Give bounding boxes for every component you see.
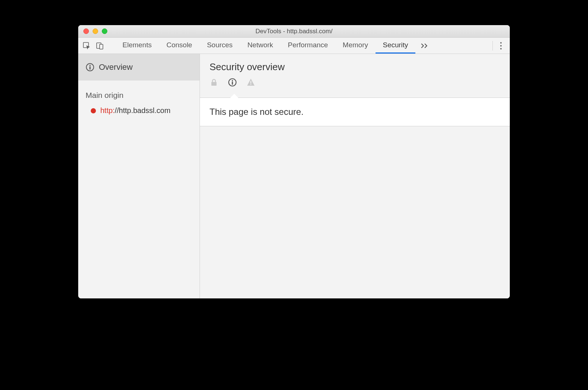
sidebar-section-heading: Main origin	[78, 81, 200, 104]
tab-security[interactable]: Security	[376, 38, 416, 54]
origin-row[interactable]: http://http.badssl.com	[78, 104, 200, 117]
warning-icon[interactable]	[246, 78, 255, 87]
tab-sources[interactable]: Sources	[200, 38, 240, 54]
origin-status-dot	[91, 108, 96, 113]
minimize-button[interactable]	[93, 28, 98, 34]
lock-icon[interactable]	[210, 78, 218, 87]
inspect-element-icon[interactable]	[83, 42, 91, 50]
toolbar-divider	[492, 41, 493, 51]
devtools-toolbar: Elements Console Sources Network Perform…	[78, 38, 510, 54]
zoom-button[interactable]	[102, 28, 107, 34]
sidebar-overview-row[interactable]: Overview	[78, 54, 200, 81]
titlebar: DevTools - http.badssl.com/	[78, 25, 510, 38]
origin-scheme: http:	[100, 106, 115, 114]
devtools-window: DevTools - http.badssl.com/ Elements Con…	[78, 25, 510, 298]
tab-elements[interactable]: Elements	[115, 38, 159, 54]
tab-performance[interactable]: Performance	[280, 38, 335, 54]
devtools-tabs: Elements Console Sources Network Perform…	[115, 38, 434, 54]
status-pointer-caret	[230, 94, 238, 98]
info-icon	[86, 63, 94, 72]
device-toggle-icon[interactable]	[96, 42, 104, 50]
tab-memory[interactable]: Memory	[335, 38, 376, 54]
panel-body: Overview Main origin http://http.badssl.…	[78, 54, 510, 298]
tabs-overflow-icon[interactable]	[415, 38, 434, 54]
security-status-icons	[200, 78, 510, 93]
toolbar-right	[492, 40, 505, 52]
info-icon[interactable]	[228, 78, 237, 87]
origin-url: http://http.badssl.com	[100, 106, 170, 115]
close-button[interactable]	[83, 28, 89, 34]
security-message: This page is not secure.	[200, 98, 510, 126]
status-pointer-row	[200, 93, 510, 98]
svg-rect-6	[211, 82, 217, 86]
window-title: DevTools - http.badssl.com/	[78, 28, 510, 35]
tab-network[interactable]: Network	[240, 38, 281, 54]
tab-console[interactable]: Console	[159, 38, 200, 54]
settings-menu-icon[interactable]	[497, 40, 505, 52]
overview-label: Overview	[99, 62, 133, 72]
svg-rect-2	[100, 44, 103, 49]
traffic-lights	[78, 28, 107, 34]
security-main-panel: Security overview	[200, 54, 510, 298]
toolbar-left	[83, 42, 104, 50]
svg-point-11	[250, 84, 252, 85]
origin-host: //http.badssl.com	[115, 106, 170, 114]
security-overview-heading: Security overview	[200, 54, 510, 78]
security-sidebar: Overview Main origin http://http.badssl.…	[78, 54, 200, 298]
